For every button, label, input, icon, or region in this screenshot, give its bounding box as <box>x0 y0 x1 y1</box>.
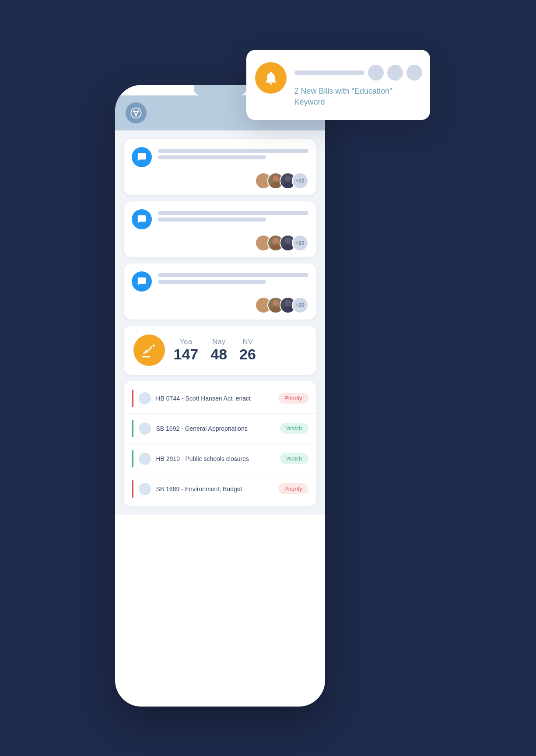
avatar-group-3: +20 <box>255 297 308 313</box>
msg-line-long-2 <box>158 211 308 215</box>
vote-icon <box>133 334 165 366</box>
bell-svg <box>263 70 279 86</box>
svg-point-11 <box>285 176 291 182</box>
bill-dot-1 <box>139 422 151 435</box>
chat-icon-3 <box>137 277 147 286</box>
svg-point-23 <box>285 300 291 306</box>
bill-badge-0[interactable]: Priority <box>278 393 308 404</box>
avatar-group-1: +20 <box>255 172 308 189</box>
vote-stats: Yea 147 Nay 48 NV 26 <box>174 338 256 362</box>
message-avatars-2: +20 <box>132 235 308 251</box>
bill-row-3[interactable]: SB 1689 - Environment; BudgetPriority <box>124 474 316 504</box>
message-icon-1 <box>132 147 152 167</box>
bill-badge-2[interactable]: Watch <box>280 453 308 464</box>
scene: 2 New Bills with "Education" Keyword <box>115 50 421 707</box>
bill-badge-3[interactable]: Priority <box>278 483 308 494</box>
msg-line-long-3 <box>158 273 308 277</box>
svg-line-5 <box>134 111 136 115</box>
svg-point-16 <box>270 244 281 250</box>
logo-icon <box>130 107 142 119</box>
svg-point-7 <box>260 176 266 182</box>
vote-nv-label: NV <box>242 338 253 346</box>
message-top-3 <box>132 271 308 292</box>
msg-line-short-3 <box>158 280 266 284</box>
svg-point-9 <box>273 176 279 182</box>
bill-title-3: SB 1689 - Environment; Budget <box>156 485 273 492</box>
gavel-icon <box>141 342 157 358</box>
vote-nv: NV 26 <box>239 338 256 362</box>
message-avatars-3: +20 <box>132 297 308 313</box>
notif-circle-2 <box>387 65 403 81</box>
bills-card: HB 0744 - Scott Hansen Act; enactPriorit… <box>124 381 316 506</box>
app-logo <box>126 102 147 123</box>
avatar-group-2: +20 <box>255 235 308 251</box>
bill-title-1: SB 1692 - General Appropriations <box>156 425 275 432</box>
vote-yea: Yea 147 <box>174 338 199 362</box>
svg-point-17 <box>285 238 291 244</box>
svg-point-13 <box>260 238 266 244</box>
message-icon-2 <box>132 209 152 229</box>
bill-indicator-2 <box>132 450 133 468</box>
svg-point-20 <box>258 306 269 313</box>
message-card-2[interactable]: +20 <box>124 201 316 257</box>
bill-dot-3 <box>139 483 151 495</box>
vote-nay: Nay 48 <box>210 338 227 362</box>
vote-yea-label: Yea <box>180 338 193 346</box>
vote-nay-label: Nay <box>212 338 225 346</box>
message-avatars-1: +20 <box>132 172 308 189</box>
svg-line-6 <box>136 111 138 115</box>
notif-circle-1 <box>368 65 384 81</box>
message-top-2 <box>132 209 308 229</box>
phone-notch <box>194 85 246 95</box>
svg-point-24 <box>283 306 293 313</box>
svg-point-19 <box>260 300 266 306</box>
bill-badge-1[interactable]: Watch <box>280 423 308 434</box>
bill-indicator-1 <box>132 420 133 437</box>
svg-point-18 <box>283 244 293 250</box>
svg-point-15 <box>273 238 279 244</box>
vote-yea-count: 147 <box>174 346 199 362</box>
notification-content: 2 New Bills with "Education" Keyword <box>294 62 422 108</box>
bill-title-2: HB 2910 - Public schools closures <box>156 455 275 462</box>
svg-point-22 <box>270 306 281 313</box>
notification-bell-icon <box>255 62 287 94</box>
avatar-plus-2: +20 <box>292 235 308 251</box>
message-card-3[interactable]: +20 <box>124 264 316 320</box>
notif-bar <box>294 70 364 75</box>
message-lines-2 <box>158 209 308 222</box>
bill-dot-0 <box>139 392 151 404</box>
svg-point-14 <box>258 244 269 250</box>
msg-line-short-1 <box>158 155 266 159</box>
message-lines-3 <box>158 271 308 284</box>
chat-icon-2 <box>137 214 147 224</box>
vote-nv-count: 26 <box>239 346 256 362</box>
bill-row-0[interactable]: HB 0744 - Scott Hansen Act; enactPriorit… <box>124 383 316 414</box>
svg-point-10 <box>270 182 281 188</box>
vote-card: Yea 147 Nay 48 NV 26 <box>124 326 316 375</box>
msg-line-long-1 <box>158 149 308 153</box>
bill-indicator-3 <box>132 480 133 498</box>
phone-frame: +20 <box>115 85 325 707</box>
notification-text: 2 New Bills with "Education" Keyword <box>294 86 422 108</box>
notification-bars <box>294 65 422 81</box>
vote-nay-count: 48 <box>210 346 227 362</box>
bill-indicator-0 <box>132 390 133 407</box>
message-card-1[interactable]: +20 <box>124 139 316 195</box>
svg-point-0 <box>131 108 141 118</box>
bill-row-2[interactable]: HB 2910 - Public schools closuresWatch <box>124 444 316 474</box>
bill-title-0: HB 0744 - Scott Hansen Act; enact <box>156 395 273 402</box>
bill-dot-2 <box>139 453 151 465</box>
message-top-1 <box>132 147 308 167</box>
phone-body: +20 <box>115 130 325 515</box>
notif-circle-3 <box>406 65 422 81</box>
chat-icon-1 <box>137 152 147 162</box>
avatar-plus-1: +20 <box>292 172 308 189</box>
bill-row-1[interactable]: SB 1692 - General AppropriationsWatch <box>124 414 316 444</box>
svg-point-21 <box>273 300 279 306</box>
notification-card: 2 New Bills with "Education" Keyword <box>246 50 430 120</box>
msg-line-short-2 <box>158 218 266 222</box>
avatar-plus-3: +20 <box>292 297 308 313</box>
message-icon-3 <box>132 271 152 292</box>
svg-point-8 <box>258 182 269 188</box>
message-lines-1 <box>158 147 308 159</box>
